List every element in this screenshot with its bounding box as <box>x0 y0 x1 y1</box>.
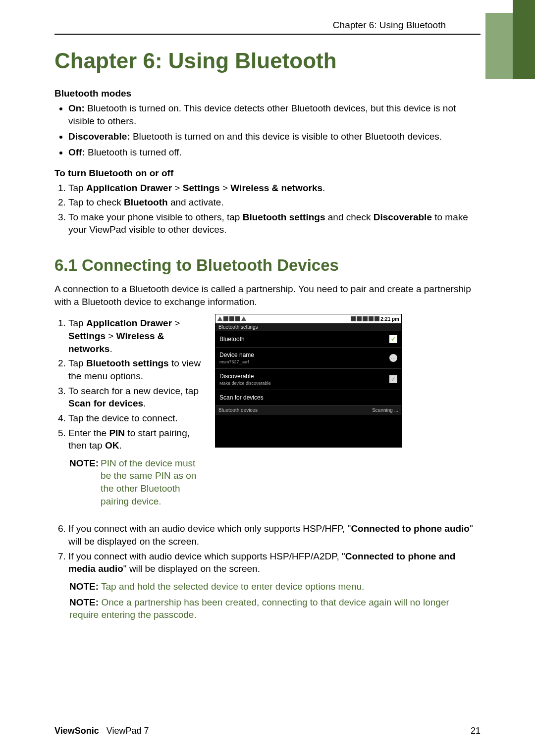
connect-steps-continued: If you connect with an audio device whic… <box>54 522 481 575</box>
devices-empty-area <box>215 415 401 447</box>
battery-icon <box>369 316 374 321</box>
mode-off: Off: Bluetooth is turned off. <box>68 146 481 159</box>
bluetooth-settings-screenshot: 2:21 pm Bluetooth settings Bluetooth ✓ D… <box>215 314 402 448</box>
row-discoverable-label: Discoverable <box>219 373 271 380</box>
more-icon[interactable]: ⋯ <box>389 354 397 362</box>
chapter-title: Chapter 6: Using Bluetooth <box>54 44 481 73</box>
status-right-icons: 2:21 pm <box>351 316 399 322</box>
page-side-tab-dark <box>513 0 535 79</box>
note-text: PIN of the device must be the same PIN a… <box>101 457 203 508</box>
status-icon-3 <box>235 316 240 321</box>
section-6-1-intro: A connection to a Bluetooth device is ca… <box>54 283 481 308</box>
mode-discoverable: Discoverable: Bluetooth is turned on and… <box>68 130 481 143</box>
connect-step-2: Tap Bluetooth settings to view the menu … <box>68 357 203 382</box>
row-bluetooth-label: Bluetooth <box>219 336 245 343</box>
bluetooth-modes-list: On: Bluetooth is turned on. This device … <box>54 102 481 159</box>
connect-step-7: If you connect with audio device which s… <box>68 550 481 575</box>
connect-step-1: Tap Application Drawer > Settings > Wire… <box>68 317 203 355</box>
row-scan-label: Scan for devices <box>219 394 264 401</box>
warning-icon-2 <box>241 316 246 321</box>
row-scan[interactable]: Scan for devices <box>215 390 401 405</box>
status-left-icons <box>217 316 246 321</box>
mode-on: On: Bluetooth is turned on. This device … <box>68 102 481 127</box>
note-label: NOTE: <box>69 457 99 508</box>
row-bluetooth[interactable]: Bluetooth ✓ <box>215 331 401 348</box>
checkbox-on-icon[interactable]: ✓ <box>389 335 397 343</box>
status-icon-2 <box>229 316 234 321</box>
row-device-name-label: Device name <box>219 352 254 358</box>
connect-step-4: Tap the device to connect. <box>68 412 203 425</box>
row-discoverable[interactable]: Discoverable Make device discoverable ✓ <box>215 369 401 390</box>
row-bt-devices: Bluetooth devices Scanning ... <box>215 405 401 415</box>
status-bar: 2:21 pm <box>215 314 401 323</box>
signal-icon-2 <box>363 316 368 321</box>
note-hold: NOTE: Tap and hold the selected device t… <box>54 580 481 593</box>
page-footer: ViewSonic ViewPad 7 21 <box>54 726 481 736</box>
turn-on-off-steps: Tap Application Drawer > Settings > Wire… <box>54 182 481 237</box>
screen-title: Bluetooth settings <box>215 323 401 331</box>
header-rule <box>54 34 481 35</box>
bluetooth-modes-heading: Bluetooth modes <box>54 88 481 99</box>
bluetooth-status-icon <box>351 316 356 321</box>
footer-brand: ViewSonic ViewPad 7 <box>54 726 149 736</box>
note-pin: NOTE: PIN of the device must be the same… <box>54 457 203 508</box>
connect-steps: Tap Application Drawer > Settings > Wire… <box>54 317 203 452</box>
checkbox-off-icon[interactable]: ✓ <box>389 375 397 383</box>
section-6-1-title: 6.1 Connecting to Bluetooth Devices <box>54 256 481 275</box>
status-icon-1 <box>223 316 228 321</box>
step-3: To make your phone visible to others, ta… <box>68 211 481 236</box>
note-partnership: NOTE: Once a partnership has been create… <box>54 596 481 621</box>
connect-step-3: To search for a new device, tap Scan for… <box>68 385 203 410</box>
page-side-tab-light <box>485 13 513 79</box>
turn-on-off-heading: To turn Bluetooth on or off <box>54 168 481 179</box>
step-2: Tap to check Bluetooth and activate. <box>68 196 481 209</box>
row-device-name[interactable]: Device name msm7627_surf ⋯ <box>215 348 401 369</box>
warning-icon <box>217 316 222 321</box>
bt-devices-label: Bluetooth devices <box>218 407 258 413</box>
connect-step-6: If you connect with an audio device whic… <box>68 522 481 548</box>
scanning-label: Scanning ... <box>372 407 398 413</box>
running-header: Chapter 6: Using Bluetooth <box>54 20 481 31</box>
connect-step-5: Enter the PIN to start pairing, then tap… <box>68 427 203 452</box>
signal-icon <box>357 316 362 321</box>
row-device-name-sub: msm7627_surf <box>219 359 254 364</box>
footer-page-number: 21 <box>471 726 481 736</box>
row-discoverable-sub: Make device discoverable <box>219 381 271 386</box>
status-time: 2:21 pm <box>380 316 399 322</box>
step-1: Tap Application Drawer > Settings > Wire… <box>68 182 481 195</box>
alarm-icon <box>374 316 379 321</box>
